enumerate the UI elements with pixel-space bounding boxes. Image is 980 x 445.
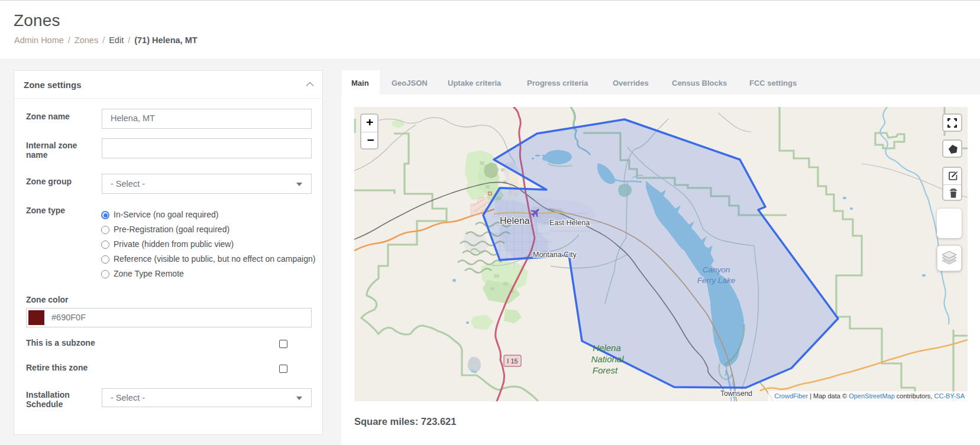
svg-text:National: National (591, 354, 624, 364)
svg-text:East Helena: East Helena (549, 219, 590, 227)
svg-text:I 15: I 15 (507, 358, 518, 365)
svg-text:CrowdFiber | Map data © OpenSt: CrowdFiber | Map data © OpenStreetMap co… (774, 392, 965, 399)
svg-text:Canyon: Canyon (703, 265, 730, 274)
svg-text:Helena: Helena (593, 343, 621, 353)
svg-text:Montana City: Montana City (533, 251, 577, 259)
svg-text:Helena: Helena (500, 216, 530, 226)
svg-text:Townsend: Townsend (720, 389, 752, 398)
svg-text:Forest: Forest (593, 365, 618, 375)
svg-text:Ferry Lake: Ferry Lake (697, 276, 736, 285)
